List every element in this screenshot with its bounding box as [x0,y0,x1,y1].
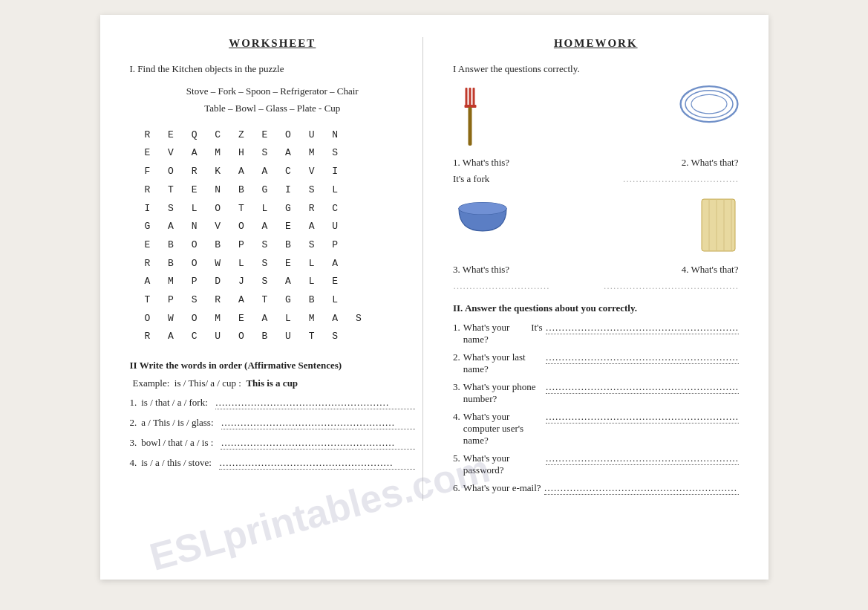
hw2-answer-dots[interactable]: …………………………………………………… [546,322,739,334]
answer-dotted-line[interactable]: ……………………………………………… [219,457,415,470]
part1-heading: I. Find the Kitchen objects in the puzzl… [130,63,416,75]
wordsearch-row: E B O B P S B S P [145,236,416,255]
sentence-line: 4. is / a / this / stove: ……………………………………… [130,457,416,470]
q1-answer: It's a fork [453,173,489,185]
wordsearch-row: T P S R A T G B L [145,291,416,310]
hw2-questions: 1. What's your name? It's ……………………………………… [453,322,739,495]
sentence-prompt: a / This / is / glass: [141,417,213,429]
wordsearch-row: G A N V O A E A U [145,218,416,236]
word-search-grid: R E Q C Z E O U NE V A M H S A M SF O R … [145,126,416,346]
word-list-line2: Table – Bowl – Glass – Plate - Cup [130,100,416,117]
napkin-block [698,195,739,258]
hw2-number: 6. [453,482,460,494]
sentence-prompt: is / that / a / fork: [141,397,208,409]
q3-label: 3. What's this? [453,264,509,276]
q4-label: 4. What's that? [682,264,739,276]
bowl-image [453,195,512,236]
sentence-number: 1. [130,397,137,409]
q2-label: 2. What's that? [682,157,739,169]
wordsearch-row: R B O W L S E L A [145,255,416,273]
answer-dotted-line[interactable]: ……………………………………………… [221,417,415,429]
hw2-number: 4. [453,411,460,423]
hw2-line: 4. What's your computer user's name? ………… [453,411,739,447]
hw2-line: 3. What's your phone number? ……………………………… [453,381,739,405]
part2-heading: II Write the words in order (Affirmative… [130,360,416,371]
svg-rect-2 [473,88,475,106]
hw2-line: 6. What's your e-mail? ……………………………………………… [453,482,739,495]
hw2-answer-dots[interactable]: …………………………………………………… [546,351,739,364]
wordsearch-row: E V A M H S A M S [145,144,416,163]
wordsearch-row: O W O M E A L M A S [145,310,416,328]
plate-image [679,84,739,125]
hw2-question: What's your e-mail? [463,482,541,494]
hw2-answer-dots[interactable]: …………………………………………………… [546,452,739,465]
wordsearch-row: R E Q C Z E O U N [145,126,416,145]
wordsearch-row: R A C U O B U T S [145,328,416,346]
plate-block [679,84,739,125]
hw2-answer-dots[interactable]: …………………………………………………… [546,411,739,424]
word-list-line1: Stove – Fork – Spoon – Refrigerator – Ch… [130,82,416,100]
word-list: Stove – Fork – Spoon – Refrigerator – Ch… [130,82,416,117]
svg-point-7 [691,94,727,114]
left-title: WORKSHEET [130,37,416,50]
hw2-line: 5. What's your password? ………………………………………… [453,452,739,476]
left-column: WORKSHEET I. Find the Kitchen objects in… [130,37,424,501]
bowl-block [453,195,512,239]
answer-dotted-line[interactable]: ……………………………………………… [221,437,415,450]
hw2-question: What's your name? [463,322,528,345]
answer-dotted-line[interactable]: ……………………………………………… [215,397,415,409]
fork-block [453,84,486,151]
fork-image [453,84,486,151]
hw2-line: 2. What's your last name? ……………………………………… [453,351,739,375]
svg-rect-10 [702,199,735,251]
svg-rect-0 [466,88,468,106]
napkin-image [698,195,739,255]
q1-label: 1. What's this? [453,157,509,169]
q3-answer-dots: ………………………… [453,280,549,292]
example-label: Example: [133,377,170,389]
hw2-number: 2. [453,351,460,363]
right-title: HOMEWORK [453,37,739,50]
hw2-answer-dots[interactable]: …………………………………………………… [544,482,739,495]
sentences-list: 1. is / that / a / fork: ………………………………………… [130,397,416,470]
svg-rect-1 [469,88,471,106]
sentence-line: 2. a / This / is / glass: ……………………………………… [130,417,416,429]
svg-rect-4 [469,107,472,146]
sentence-prompt: bowl / that / a / is : [141,437,213,449]
hw2-heading: II. Answer the questions about you corre… [453,302,739,314]
wordsearch-row: R T E N B G I S L [145,181,416,200]
hw-part2: II. Answer the questions about you corre… [453,302,739,495]
sentence-line: 1. is / that / a / fork: ………………………………………… [130,397,416,409]
main-layout: WORKSHEET I. Find the Kitchen objects in… [130,37,739,501]
hw2-prefix: It's [531,322,542,334]
hw2-number: 3. [453,381,460,393]
hw2-answer-dots[interactable]: …………………………………………………… [546,381,739,394]
hw2-line: 1. What's your name? It's ……………………………………… [453,322,739,345]
hw2-number: 5. [453,452,460,464]
hw2-question: What's your computer user's name? [463,411,543,447]
sentence-line: 3. bowl / that / a / is : ……………………………………… [130,437,416,450]
hw2-question: What's your phone number? [463,381,543,405]
worksheet-page: WORKSHEET I. Find the Kitchen objects in… [100,15,769,580]
example-prompt: is / This/ a / cup : [174,377,241,389]
example-line: Example: is / This/ a / cup : This is a … [133,377,416,389]
svg-point-9 [459,203,506,215]
q2-answer-dots: ……………………………… [623,173,739,185]
hw-part1-heading: I Answer the questions correctly. [453,63,739,75]
sentence-number: 4. [130,457,137,469]
sentence-prompt: is / a / this / stove: [141,457,212,469]
sentence-number: 2. [130,417,137,429]
right-column: HOMEWORK I Answer the questions correctl… [446,37,739,501]
hw2-question: What's your password? [463,452,543,476]
wordsearch-row: F O R K A A C V I [145,163,416,181]
sentence-number: 3. [130,437,137,449]
wordsearch-row: A M P D J S A L E [145,273,416,291]
example-answer: This is a cup [246,377,298,389]
q4-answer-dots: …………………………………… [604,280,739,292]
hw2-number: 1. [453,322,460,334]
hw2-question: What's your last name? [463,351,543,375]
wordsearch-row: I S L O T L G R C [145,200,416,218]
